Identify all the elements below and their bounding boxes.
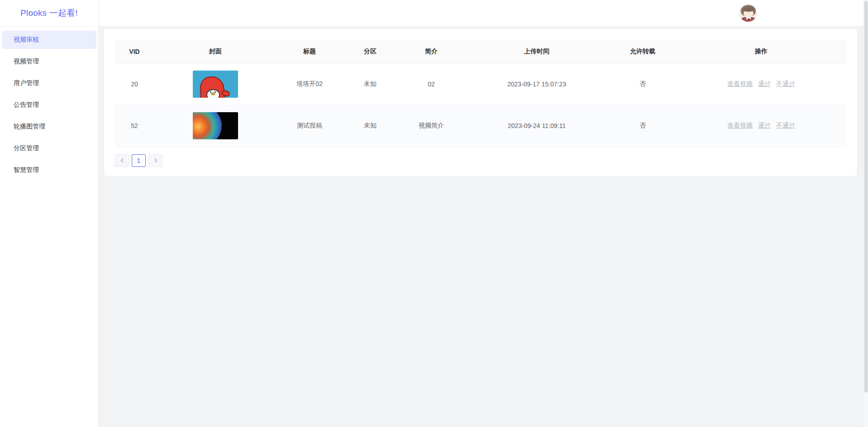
- column-header-actions: 操作: [676, 40, 846, 63]
- cell-vid: 52: [115, 105, 154, 147]
- cell-vid: 20: [115, 63, 154, 105]
- column-header-allow-repost: 允许转载: [609, 40, 676, 63]
- sidebar-menu: 视频审核 视频管理 用户管理 公告管理 轮播图管理 分区管理 智慧管理: [0, 27, 98, 179]
- cell-intro: 视频简介: [398, 105, 464, 147]
- chevron-right-icon: [153, 158, 157, 163]
- sidebar-item-video-manage[interactable]: 视频管理: [2, 52, 96, 71]
- cover-duck-beak: [211, 93, 215, 95]
- pagination-page-1[interactable]: 1: [132, 154, 146, 167]
- avatar-bow-shape: [747, 19, 750, 21]
- sidebar-item-notice-manage[interactable]: 公告管理: [2, 96, 96, 114]
- view-video-link[interactable]: 查看视频: [727, 122, 753, 129]
- cell-actions: 查看视频通过不通过: [676, 63, 846, 105]
- sidebar-item-user-manage[interactable]: 用户管理: [2, 74, 96, 92]
- cell-allow-repost: 否: [609, 105, 676, 147]
- cell-allow-repost: 否: [609, 63, 676, 105]
- cover-rainbow-planet-shape: [193, 112, 222, 139]
- review-table-card: VID 封面 标题 分区 简介 上传时间 允许转载 操作 20: [104, 29, 857, 176]
- cell-cover: [154, 63, 277, 105]
- view-video-link[interactable]: 查看视频: [727, 80, 753, 87]
- table-header-row: VID 封面 标题 分区 简介 上传时间 允许转载 操作: [115, 40, 846, 63]
- table-row: 52 测试投稿 未知 视频简介 2023-09-24 11:09:11 否: [115, 105, 846, 147]
- user-avatar[interactable]: [739, 4, 757, 22]
- vertical-scrollbar[interactable]: [863, 0, 868, 427]
- cell-title: 塔塔开02: [277, 63, 342, 105]
- cell-cover: [154, 105, 277, 147]
- top-header: [99, 0, 868, 27]
- table-row: 20 塔塔开02: [115, 63, 846, 105]
- cell-actions: 查看视频通过不通过: [676, 105, 846, 147]
- pagination-next-button[interactable]: [148, 154, 162, 167]
- video-cover-thumbnail: [193, 71, 238, 98]
- column-header-cover: 封面: [154, 40, 277, 63]
- cell-upload-time: 2023-09-17 15:07:23: [464, 63, 609, 105]
- approve-link[interactable]: 通过: [758, 80, 771, 87]
- pagination-prev-button[interactable]: [115, 154, 129, 167]
- column-header-upload-time: 上传时间: [464, 40, 609, 63]
- video-cover-thumbnail: [193, 112, 238, 139]
- sidebar-item-category-manage[interactable]: 分区管理: [2, 139, 96, 157]
- content-column: VID 封面 标题 分区 简介 上传时间 允许转载 操作 20: [99, 0, 868, 427]
- main-area: VID 封面 标题 分区 简介 上传时间 允许转载 操作 20: [99, 27, 868, 427]
- app-title: Plooks 一起看!: [0, 0, 98, 27]
- sidebar: Plooks 一起看! 视频审核 视频管理 用户管理 公告管理 轮播图管理 分区…: [0, 0, 99, 427]
- column-header-title: 标题: [277, 40, 342, 63]
- cover-duck-eye: [215, 91, 216, 93]
- column-header-vid: VID: [115, 40, 154, 63]
- video-review-table: VID 封面 标题 分区 简介 上传时间 允许转载 操作 20: [115, 40, 846, 147]
- app-root: Plooks 一起看! 视频审核 视频管理 用户管理 公告管理 轮播图管理 分区…: [0, 0, 868, 427]
- sidebar-item-carousel-manage[interactable]: 轮播图管理: [2, 118, 96, 136]
- column-header-category: 分区: [342, 40, 398, 63]
- approve-link[interactable]: 通过: [758, 122, 771, 129]
- cell-intro: 02: [398, 63, 464, 105]
- cell-upload-time: 2023-09-24 11:09:11: [464, 105, 609, 147]
- cell-category: 未知: [342, 105, 398, 147]
- avatar-bangs-shape: [743, 7, 754, 12]
- reject-link[interactable]: 不通过: [776, 122, 795, 129]
- cell-category: 未知: [342, 63, 398, 105]
- cover-duck-eye: [210, 91, 211, 93]
- pagination: 1: [115, 154, 846, 167]
- scrollbar-thumb[interactable]: [864, 1, 868, 393]
- chevron-left-icon: [120, 158, 125, 163]
- sidebar-item-video-review[interactable]: 视频审核: [2, 31, 96, 49]
- reject-link[interactable]: 不通过: [776, 80, 795, 87]
- cell-title: 测试投稿: [277, 105, 342, 147]
- sidebar-item-wisdom-manage[interactable]: 智慧管理: [2, 161, 96, 179]
- column-header-intro: 简介: [398, 40, 464, 63]
